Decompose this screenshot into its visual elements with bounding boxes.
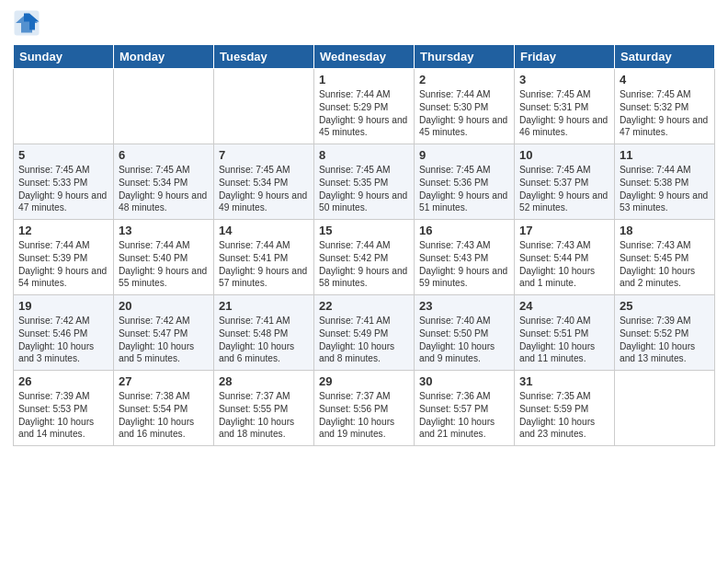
day-number: 31 (519, 374, 609, 388)
weekday-header-thursday: Thursday (415, 45, 515, 69)
day-info: Sunrise: 7:45 AM Sunset: 5:35 PM Dayligh… (319, 164, 409, 214)
day-cell: 16Sunrise: 7:43 AM Sunset: 5:43 PM Dayli… (415, 220, 515, 295)
day-info: Sunrise: 7:43 AM Sunset: 5:43 PM Dayligh… (419, 239, 509, 290)
day-number: 20 (119, 299, 209, 313)
day-info: Sunrise: 7:45 AM Sunset: 5:36 PM Dayligh… (419, 164, 509, 214)
day-cell: 10Sunrise: 7:45 AM Sunset: 5:37 PM Dayli… (515, 144, 615, 220)
day-cell: 28Sunrise: 7:37 AM Sunset: 5:55 PM Dayli… (214, 371, 314, 446)
day-cell: 2Sunrise: 7:44 AM Sunset: 5:30 PM Daylig… (415, 69, 515, 144)
day-number: 26 (18, 374, 108, 388)
day-info: Sunrise: 7:44 AM Sunset: 5:39 PM Dayligh… (18, 239, 108, 290)
weekday-header-wednesday: Wednesday (314, 45, 415, 69)
day-number: 12 (18, 224, 108, 237)
week-row-4: 19Sunrise: 7:42 AM Sunset: 5:46 PM Dayli… (14, 295, 715, 371)
day-number: 28 (219, 374, 309, 388)
day-info: Sunrise: 7:40 AM Sunset: 5:50 PM Dayligh… (419, 315, 509, 365)
weekday-header-sunday: Sunday (14, 45, 114, 69)
day-number: 9 (419, 148, 509, 162)
day-cell: 9Sunrise: 7:45 AM Sunset: 5:36 PM Daylig… (415, 144, 515, 220)
day-cell: 20Sunrise: 7:42 AM Sunset: 5:47 PM Dayli… (114, 295, 214, 371)
day-cell: 6Sunrise: 7:45 AM Sunset: 5:34 PM Daylig… (114, 144, 214, 220)
day-cell: 22Sunrise: 7:41 AM Sunset: 5:49 PM Dayli… (314, 295, 415, 371)
day-number: 2 (419, 73, 509, 86)
day-number: 19 (18, 299, 108, 313)
weekday-header-tuesday: Tuesday (214, 45, 314, 69)
week-row-3: 12Sunrise: 7:44 AM Sunset: 5:39 PM Dayli… (14, 220, 715, 295)
day-cell: 7Sunrise: 7:45 AM Sunset: 5:34 PM Daylig… (214, 144, 314, 220)
day-cell: 31Sunrise: 7:35 AM Sunset: 5:59 PM Dayli… (515, 371, 615, 446)
day-number: 29 (319, 374, 409, 388)
day-info: Sunrise: 7:37 AM Sunset: 5:56 PM Dayligh… (319, 390, 409, 441)
day-cell: 23Sunrise: 7:40 AM Sunset: 5:50 PM Dayli… (415, 295, 515, 371)
day-number: 14 (219, 224, 309, 237)
day-info: Sunrise: 7:44 AM Sunset: 5:29 PM Dayligh… (319, 88, 409, 139)
day-cell: 12Sunrise: 7:44 AM Sunset: 5:39 PM Dayli… (14, 220, 114, 295)
day-number: 18 (620, 224, 710, 237)
day-info: Sunrise: 7:41 AM Sunset: 5:49 PM Dayligh… (319, 315, 409, 365)
day-info: Sunrise: 7:39 AM Sunset: 5:53 PM Dayligh… (18, 390, 108, 441)
weekday-header-friday: Friday (515, 45, 615, 69)
day-number: 11 (620, 148, 710, 162)
day-cell: 4Sunrise: 7:45 AM Sunset: 5:32 PM Daylig… (615, 69, 715, 144)
day-cell: 5Sunrise: 7:45 AM Sunset: 5:33 PM Daylig… (14, 144, 114, 220)
day-info: Sunrise: 7:43 AM Sunset: 5:45 PM Dayligh… (620, 239, 710, 290)
weekday-header-monday: Monday (114, 45, 214, 69)
day-cell: 8Sunrise: 7:45 AM Sunset: 5:35 PM Daylig… (314, 144, 415, 220)
weekday-header-saturday: Saturday (615, 45, 715, 69)
day-cell: 30Sunrise: 7:36 AM Sunset: 5:57 PM Dayli… (415, 371, 515, 446)
day-number: 7 (219, 148, 309, 162)
day-info: Sunrise: 7:37 AM Sunset: 5:55 PM Dayligh… (219, 390, 309, 441)
calendar: SundayMondayTuesdayWednesdayThursdayFrid… (13, 44, 715, 446)
day-info: Sunrise: 7:44 AM Sunset: 5:30 PM Dayligh… (419, 88, 509, 139)
day-info: Sunrise: 7:45 AM Sunset: 5:32 PM Dayligh… (620, 88, 710, 139)
day-info: Sunrise: 7:41 AM Sunset: 5:48 PM Dayligh… (219, 315, 309, 365)
day-number: 17 (519, 224, 609, 237)
day-info: Sunrise: 7:44 AM Sunset: 5:41 PM Dayligh… (219, 239, 309, 290)
day-info: Sunrise: 7:39 AM Sunset: 5:52 PM Dayligh… (620, 315, 710, 365)
day-info: Sunrise: 7:45 AM Sunset: 5:34 PM Dayligh… (219, 164, 309, 214)
day-info: Sunrise: 7:44 AM Sunset: 5:38 PM Dayligh… (620, 164, 710, 214)
week-row-5: 26Sunrise: 7:39 AM Sunset: 5:53 PM Dayli… (14, 371, 715, 446)
day-number: 21 (219, 299, 309, 313)
logo (13, 9, 42, 37)
day-number: 13 (119, 224, 209, 237)
day-cell: 14Sunrise: 7:44 AM Sunset: 5:41 PM Dayli… (214, 220, 314, 295)
day-cell: 1Sunrise: 7:44 AM Sunset: 5:29 PM Daylig… (314, 69, 415, 144)
day-number: 30 (419, 374, 509, 388)
day-number: 27 (119, 374, 209, 388)
logo-icon (13, 9, 40, 37)
page-container: SundayMondayTuesdayWednesdayThursdayFrid… (0, 0, 728, 455)
day-cell: 19Sunrise: 7:42 AM Sunset: 5:46 PM Dayli… (14, 295, 114, 371)
day-cell: 27Sunrise: 7:38 AM Sunset: 5:54 PM Dayli… (114, 371, 214, 446)
day-number: 10 (519, 148, 609, 162)
day-info: Sunrise: 7:35 AM Sunset: 5:59 PM Dayligh… (519, 390, 609, 441)
day-number: 8 (319, 148, 409, 162)
week-row-2: 5Sunrise: 7:45 AM Sunset: 5:33 PM Daylig… (14, 144, 715, 220)
day-cell: 29Sunrise: 7:37 AM Sunset: 5:56 PM Dayli… (314, 371, 415, 446)
day-info: Sunrise: 7:38 AM Sunset: 5:54 PM Dayligh… (119, 390, 209, 441)
day-info: Sunrise: 7:45 AM Sunset: 5:37 PM Dayligh… (519, 164, 609, 214)
day-number: 15 (319, 224, 409, 237)
day-number: 3 (519, 73, 609, 86)
day-info: Sunrise: 7:42 AM Sunset: 5:47 PM Dayligh… (119, 315, 209, 365)
day-number: 6 (119, 148, 209, 162)
day-number: 4 (620, 73, 710, 86)
day-cell: 24Sunrise: 7:40 AM Sunset: 5:51 PM Dayli… (515, 295, 615, 371)
day-cell: 17Sunrise: 7:43 AM Sunset: 5:44 PM Dayli… (515, 220, 615, 295)
day-cell (114, 69, 214, 144)
day-info: Sunrise: 7:45 AM Sunset: 5:34 PM Dayligh… (119, 164, 209, 214)
day-info: Sunrise: 7:40 AM Sunset: 5:51 PM Dayligh… (519, 315, 609, 365)
day-info: Sunrise: 7:45 AM Sunset: 5:31 PM Dayligh… (519, 88, 609, 139)
day-number: 5 (18, 148, 108, 162)
weekday-header-row: SundayMondayTuesdayWednesdayThursdayFrid… (14, 45, 715, 69)
day-info: Sunrise: 7:45 AM Sunset: 5:33 PM Dayligh… (18, 164, 108, 214)
day-cell: 25Sunrise: 7:39 AM Sunset: 5:52 PM Dayli… (615, 295, 715, 371)
day-cell: 3Sunrise: 7:45 AM Sunset: 5:31 PM Daylig… (515, 69, 615, 144)
day-number: 25 (620, 299, 710, 313)
day-number: 1 (319, 73, 409, 86)
day-cell (615, 371, 715, 446)
day-cell: 18Sunrise: 7:43 AM Sunset: 5:45 PM Dayli… (615, 220, 715, 295)
day-cell: 21Sunrise: 7:41 AM Sunset: 5:48 PM Dayli… (214, 295, 314, 371)
day-info: Sunrise: 7:44 AM Sunset: 5:40 PM Dayligh… (119, 239, 209, 290)
day-info: Sunrise: 7:42 AM Sunset: 5:46 PM Dayligh… (18, 315, 108, 365)
